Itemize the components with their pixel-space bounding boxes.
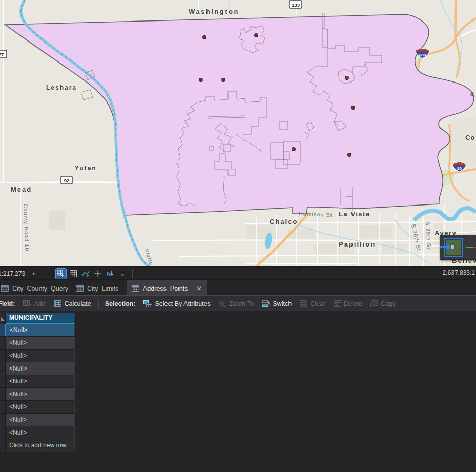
column-header-municipality[interactable]: MUNICIPALITY bbox=[6, 313, 75, 324]
label-la-vista: La Vista bbox=[339, 210, 370, 218]
shield-92: 92 bbox=[61, 176, 72, 184]
row-selector[interactable] bbox=[0, 401, 6, 414]
row-selector[interactable] bbox=[0, 414, 6, 426]
add-field-label: Add bbox=[34, 300, 45, 307]
address-point bbox=[222, 78, 225, 82]
add-new-row[interactable]: Click to add new row. bbox=[0, 439, 75, 452]
municipality-cell[interactable]: <Null> bbox=[6, 426, 75, 439]
svg-text:133: 133 bbox=[292, 2, 300, 8]
clear-icon bbox=[300, 300, 307, 307]
coordinate-readout: 2,637,833.1 bbox=[443, 269, 475, 276]
switch-label: Switch bbox=[273, 300, 292, 307]
field-group-label: Field: bbox=[0, 300, 15, 307]
edit-cursor-overlay bbox=[440, 235, 476, 260]
municipality-cell[interactable]: <Null> bbox=[6, 350, 75, 362]
snap-tool-button[interactable] bbox=[93, 269, 103, 279]
municipality-cell[interactable]: <Null> bbox=[6, 401, 75, 414]
map-status-bar: 1:217,273 ▾ bbox=[0, 266, 476, 280]
label-washington: Washington bbox=[189, 8, 239, 15]
municipality-cell[interactable]: <Null> bbox=[6, 324, 75, 337]
select-by-attributes-button[interactable]: Select By Attributes bbox=[143, 300, 210, 307]
label-mead: Mead bbox=[11, 186, 32, 193]
municipality-cell[interactable]: <Null> bbox=[6, 362, 75, 375]
municipality-cell[interactable]: <Null> bbox=[6, 414, 75, 426]
table-icon bbox=[1, 285, 9, 292]
statusbar-more-button[interactable]: ⌄ bbox=[117, 269, 128, 279]
select-by-attributes-label: Select By Attributes bbox=[155, 300, 210, 307]
tab-label: City_Limits bbox=[87, 285, 118, 292]
table-grid-button[interactable] bbox=[68, 269, 78, 279]
copy-label: Copy bbox=[381, 300, 396, 307]
table-row: <Null> bbox=[0, 414, 75, 426]
zoom-to-button[interactable]: Zoom To bbox=[219, 300, 254, 307]
basemap: Washington Leshara Yutan Mead Chalco La … bbox=[0, 0, 476, 266]
clear-label: Clear bbox=[310, 300, 325, 307]
tab-address-points[interactable]: Address_Points ✕ bbox=[127, 280, 207, 296]
switch-selection-button[interactable]: Switch bbox=[262, 300, 292, 307]
row-selector[interactable] bbox=[0, 388, 6, 401]
new-row-hint[interactable]: Click to add new row. bbox=[6, 439, 75, 452]
add-field-button[interactable]: Add bbox=[23, 300, 45, 307]
label-papillion: Papillion bbox=[339, 240, 376, 248]
row-selector[interactable] bbox=[0, 350, 6, 362]
row-selector[interactable] bbox=[0, 375, 6, 388]
sketch-icon bbox=[81, 270, 90, 277]
address-point bbox=[292, 148, 296, 151]
close-icon[interactable]: ✕ bbox=[197, 285, 202, 292]
table-row: <Null> bbox=[0, 350, 75, 362]
switch-icon bbox=[262, 300, 270, 307]
select-all-corner[interactable] bbox=[0, 313, 6, 324]
table-row: <Null> bbox=[0, 362, 75, 375]
row-selector[interactable] bbox=[0, 426, 6, 439]
label-yutan: Yutan bbox=[75, 165, 97, 172]
calculate-label: Calculate bbox=[65, 300, 91, 307]
address-point bbox=[203, 36, 206, 39]
clear-selection-button[interactable]: Clear bbox=[300, 300, 325, 307]
row-selector[interactable] bbox=[0, 362, 6, 375]
scale-value: 1:217,273 bbox=[0, 270, 25, 277]
table-row: <Null> bbox=[0, 375, 75, 388]
crosshair-icon bbox=[94, 270, 101, 277]
municipality-cell[interactable]: <Null> bbox=[6, 337, 75, 350]
svg-text:77: 77 bbox=[0, 52, 4, 57]
add-features-button[interactable] bbox=[56, 269, 66, 279]
address-point bbox=[351, 106, 355, 110]
label-chalco: Chalco bbox=[270, 218, 298, 225]
select-by-attributes-icon bbox=[143, 300, 152, 307]
delete-button[interactable]: Delete bbox=[334, 300, 362, 307]
calculate-icon bbox=[54, 300, 62, 307]
municipality-cell[interactable]: <Null> bbox=[6, 375, 75, 388]
municipality-cell[interactable]: <Null> bbox=[6, 388, 75, 401]
tab-label: Address_Points bbox=[143, 285, 188, 292]
append-arrow-icon bbox=[440, 244, 452, 250]
table-row: <Null> bbox=[0, 388, 75, 401]
zoom-to-icon bbox=[219, 300, 226, 307]
selection-group-label: Selection: bbox=[105, 300, 136, 307]
table-header-row: MUNICIPALITY bbox=[0, 313, 75, 324]
table-row: <Null> bbox=[0, 401, 75, 414]
north-arrow-icon: N bbox=[106, 270, 114, 278]
row-selector[interactable] bbox=[0, 324, 6, 337]
table-tab-strip: City_County_Query City_Limits Address_Po… bbox=[0, 279, 476, 296]
row-selector[interactable] bbox=[0, 337, 6, 350]
scale-dropdown[interactable]: 1:217,273 ▾ bbox=[0, 270, 47, 277]
segment-preview-icon bbox=[466, 246, 476, 249]
calculate-button[interactable]: Calculate bbox=[54, 300, 91, 307]
sketch-tool-button[interactable] bbox=[80, 269, 91, 279]
map-view[interactable]: Washington Leshara Yutan Mead Chalco La … bbox=[0, 0, 476, 266]
label-co-partial: Co bbox=[465, 134, 475, 141]
north-arrow-button[interactable]: N bbox=[105, 269, 115, 279]
tab-city-limits[interactable]: City_Limits bbox=[71, 280, 123, 296]
grid-icon bbox=[70, 270, 77, 277]
address-point bbox=[348, 153, 351, 157]
shield-77: 77 bbox=[0, 50, 7, 58]
tab-city-county-query[interactable]: City_County_Query bbox=[0, 280, 73, 296]
table-row: <Null> bbox=[0, 324, 75, 337]
shield-133: 133 bbox=[289, 1, 302, 8]
attribute-table: MUNICIPALITY <Null> <Null> <Null> <Null>… bbox=[0, 311, 476, 472]
address-point bbox=[199, 78, 203, 82]
svg-text:80: 80 bbox=[457, 166, 462, 171]
copy-button[interactable]: Copy bbox=[370, 300, 396, 307]
svg-text:N: N bbox=[107, 271, 111, 277]
label-leshara: Leshara bbox=[46, 84, 77, 91]
